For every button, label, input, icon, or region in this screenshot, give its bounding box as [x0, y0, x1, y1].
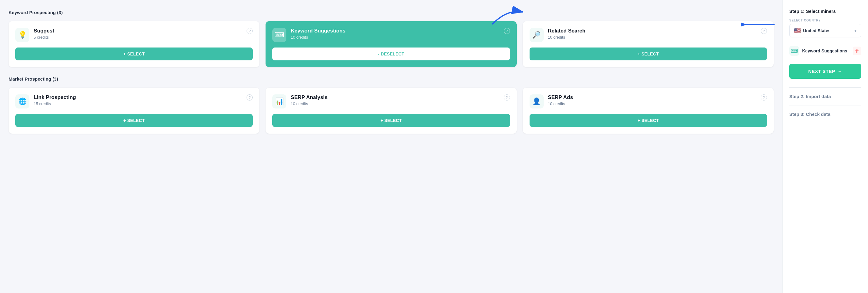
country-select-label: SELECT COUNTRY — [789, 19, 861, 22]
keyword-suggestions-icon-wrap: ⌨ — [272, 28, 286, 42]
serp-ads-credits: 10 credits — [548, 101, 767, 106]
keyword-suggestions-info: Keyword Suggestions 10 credits — [291, 28, 510, 39]
serp-analysis-info: SERP Analysis 10 credits — [291, 94, 510, 106]
serp-ads-help[interactable]: ? — [761, 94, 767, 100]
keyword-suggestions-name: Keyword Suggestions — [291, 28, 510, 34]
market-cards-grid: 🌐 Link Prospecting 15 credits ? + SELECT… — [8, 88, 774, 134]
sidebar: Step 1: Select miners SELECT COUNTRY 🇺🇸 … — [782, 0, 868, 293]
suggest-name: Suggest — [34, 28, 253, 34]
serp-analysis-help[interactable]: ? — [504, 94, 510, 100]
serp-analysis-name: SERP Analysis — [291, 94, 510, 100]
serp-ads-info: SERP Ads 10 credits — [548, 94, 767, 106]
step2-title: Step 2: Import data — [789, 94, 861, 99]
serp-ads-icon-wrap: 👤 — [530, 94, 544, 109]
serp-analysis-card: 📊 SERP Analysis 10 credits ? + SELECT — [266, 88, 517, 134]
serp-analysis-select-button[interactable]: + SELECT — [272, 114, 510, 127]
serp-analysis-icon-wrap: 📊 — [272, 94, 286, 109]
related-search-icon: 🔎 — [532, 31, 540, 39]
suggest-credits: 5 credits — [34, 35, 253, 39]
link-prospecting-select-button[interactable]: + SELECT — [15, 114, 253, 127]
link-prospecting-card: 🌐 Link Prospecting 15 credits ? + SELECT — [8, 88, 259, 134]
related-search-info: Related Search 10 credits — [548, 28, 767, 39]
suggest-icon-wrap: 💡 — [15, 28, 29, 42]
suggest-select-button[interactable]: + SELECT — [15, 48, 253, 60]
related-search-card: 🔎 Related Search 10 credits ? + SELECT — [523, 21, 774, 67]
arrow-right-icon: → — [838, 69, 843, 74]
next-step-label: NEXT STEP — [808, 69, 835, 74]
step1-title: Step 1: Select miners — [789, 8, 861, 14]
keyword-section-title: Keyword Prospecting (3) — [8, 10, 774, 15]
suggest-icon: 💡 — [19, 31, 27, 39]
selected-miner-row: ⌨ Keyword Suggestions 🗑 — [789, 43, 861, 59]
serp-ads-name: SERP Ads — [548, 94, 767, 100]
keyword-suggestions-icon: ⌨ — [274, 31, 284, 39]
us-flag-icon: 🇺🇸 — [794, 27, 801, 34]
step-divider-1 — [789, 87, 861, 88]
remove-miner-button[interactable]: 🗑 — [853, 47, 861, 55]
market-section-title: Market Prospecting (3) — [8, 76, 774, 82]
serp-ads-icon: 👤 — [532, 97, 540, 106]
country-name-label: United States — [803, 28, 830, 33]
serp-analysis-icon: 📊 — [275, 97, 284, 106]
keyword-suggestions-deselect-button[interactable]: - DESELECT — [272, 48, 510, 60]
selected-miner-label: Keyword Suggestions — [802, 49, 849, 53]
serp-ads-card: 👤 SERP Ads 10 credits ? + SELECT — [523, 88, 774, 134]
step3-title: Step 3: Check data — [789, 112, 861, 117]
suggest-card: 💡 Suggest 5 credits ? + SELECT — [8, 21, 259, 67]
link-prospecting-icon-wrap: 🌐 — [15, 94, 29, 109]
country-select-box[interactable]: 🇺🇸 United States ▾ — [789, 24, 861, 37]
keyword-suggestions-credits: 10 credits — [291, 35, 510, 39]
keyword-cards-grid: 💡 Suggest 5 credits ? + SELECT — [8, 21, 774, 67]
related-search-help[interactable]: ? — [761, 28, 767, 34]
suggest-info: Suggest 5 credits — [34, 28, 253, 39]
next-step-button[interactable]: NEXT STEP → — [789, 64, 861, 79]
keyword-suggestions-help[interactable]: ? — [504, 28, 510, 34]
link-prospecting-info: Link Prospecting 15 credits — [34, 94, 253, 106]
link-prospecting-credits: 15 credits — [34, 101, 253, 106]
step-divider-2 — [789, 105, 861, 106]
country-left: 🇺🇸 United States — [794, 27, 830, 34]
serp-ads-select-button[interactable]: + SELECT — [530, 114, 767, 127]
keyboard-icon: ⌨ — [791, 48, 798, 54]
chevron-down-icon: ▾ — [855, 29, 857, 33]
related-search-icon-wrap: 🔎 — [530, 28, 544, 42]
related-search-credits: 10 credits — [548, 35, 767, 39]
keyword-suggestions-card: ⌨ Keyword Suggestions 10 credits ? - DES… — [266, 21, 517, 67]
link-prospecting-name: Link Prospecting — [34, 94, 253, 100]
link-prospecting-icon: 🌐 — [19, 97, 27, 106]
related-search-name: Related Search — [548, 28, 767, 34]
related-search-select-button[interactable]: + SELECT — [530, 48, 767, 60]
serp-analysis-credits: 10 credits — [291, 101, 510, 106]
selected-miner-icon: ⌨ — [789, 46, 799, 56]
